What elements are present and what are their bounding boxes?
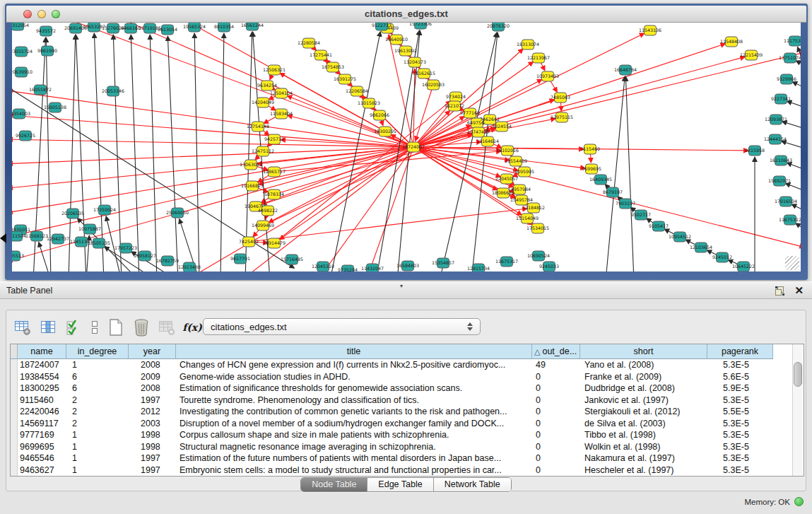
- table-cell[interactable]: 2009: [129, 371, 176, 383]
- graph-edge[interactable]: [782, 122, 801, 129]
- graph-edge[interactable]: [416, 85, 433, 141]
- table-cell[interactable]: Estimation of the future numbers of pati…: [176, 452, 532, 465]
- table-cell[interactable]: Genome-wide association studies in ADHD.: [176, 371, 532, 383]
- table-cell[interactable]: 0: [532, 395, 580, 407]
- table-cell[interactable]: 14569117: [18, 418, 66, 430]
- table-cell[interactable]: Jankovic et al. (1997): [580, 395, 707, 407]
- graph-edge[interactable]: [194, 33, 199, 271]
- table-cell[interactable]: 2012: [129, 406, 176, 418]
- tab-edge-table[interactable]: Edge Table: [367, 478, 433, 491]
- table-cell[interactable]: Changes of HCN gene expression and I(f) …: [176, 359, 532, 371]
- scrollbar-thumb[interactable]: [794, 362, 802, 387]
- table-cell[interactable]: Embryonic stem cells: a model to study s…: [176, 465, 532, 477]
- table-cell[interactable]: Franke et al. (2009): [580, 371, 707, 383]
- graph-edge[interactable]: [413, 33, 645, 147]
- table-cell[interactable]: Tourette syndrome. Phenomenology and cla…: [176, 395, 532, 407]
- table-cell[interactable]: 1: [66, 441, 129, 453]
- graph-edge[interactable]: [785, 183, 801, 191]
- graph-edge[interactable]: [787, 101, 801, 107]
- graph-edge[interactable]: [39, 243, 51, 271]
- network-graph[interactable]: 1872400712280584172754411875485316391275…: [12, 23, 801, 271]
- graph-edge[interactable]: [792, 204, 801, 211]
- table-cell[interactable]: Dudbridge et al. (2008): [580, 382, 707, 395]
- table-cell[interactable]: Corpus callosum shape and size in male p…: [176, 429, 532, 441]
- table-cell[interactable]: 2: [66, 418, 129, 430]
- table-cell[interactable]: Disruption of a novel member of a sodium…: [176, 418, 532, 430]
- table-cell[interactable]: 1997: [129, 452, 176, 465]
- window-titlebar[interactable]: citations_edges.txt: [6, 6, 806, 23]
- table-cell[interactable]: de Silva et al. (2003): [580, 418, 707, 430]
- table-cell[interactable]: 1: [66, 359, 129, 371]
- table-cell[interactable]: 1: [66, 429, 129, 441]
- table-cell[interactable]: Yano et al. (2008): [580, 359, 707, 371]
- graph-edge[interactable]: [249, 209, 527, 242]
- table-cell[interactable]: 0: [532, 429, 580, 441]
- graph-edge[interactable]: [150, 35, 157, 271]
- table-cell[interactable]: 18724007: [18, 359, 66, 371]
- column-header-in-degree[interactable]: in_degree: [66, 344, 129, 359]
- table-cell[interactable]: Wolkin et al. (1998): [580, 441, 707, 453]
- show-column-icon[interactable]: [39, 318, 57, 337]
- graph-edge[interactable]: [782, 141, 801, 148]
- table-cell[interactable]: Estimation of significance thresholds fo…: [176, 382, 532, 395]
- graph-edge[interactable]: [787, 163, 801, 170]
- graph-edge[interactable]: [625, 76, 634, 271]
- graph-edge[interactable]: [69, 35, 76, 271]
- table-cell[interactable]: 1998: [129, 429, 176, 441]
- graph-edge[interactable]: [796, 223, 801, 229]
- table-cell[interactable]: 2008: [129, 359, 176, 371]
- table-cell[interactable]: 5.3E-5: [707, 452, 773, 465]
- graph-edge[interactable]: [76, 35, 86, 271]
- graph-edge[interactable]: [796, 61, 801, 65]
- table-cell[interactable]: 0: [532, 382, 580, 395]
- table-cell[interactable]: 19384554: [18, 371, 66, 383]
- table-cell[interactable]: 5.3E-5: [707, 465, 773, 477]
- float-window-icon[interactable]: [774, 285, 785, 296]
- graph-edge[interactable]: [413, 57, 745, 147]
- table-cell[interactable]: Hescheler et al. (1997): [580, 465, 707, 477]
- table-cell[interactable]: 5.3E-5: [707, 359, 773, 371]
- table-cell[interactable]: 5.3E-5: [707, 418, 773, 430]
- table-cell[interactable]: 0: [532, 465, 580, 477]
- table-cell[interactable]: 5.3E-5: [707, 441, 773, 453]
- table-settings-icon[interactable]: [13, 318, 32, 337]
- graph-edge[interactable]: [413, 147, 500, 177]
- delete-table-icon[interactable]: [158, 318, 176, 337]
- column-header-year[interactable]: year: [129, 344, 176, 359]
- table-cell[interactable]: 2: [66, 395, 129, 407]
- table-cell[interactable]: 5.3E-5: [707, 395, 773, 407]
- table-cell[interactable]: 18300295: [18, 382, 66, 395]
- table-cell[interactable]: 1: [66, 465, 129, 477]
- table-cell[interactable]: 5.9E-5: [707, 382, 773, 395]
- table-cell[interactable]: 9463627: [18, 465, 66, 477]
- table-cell[interactable]: 0: [532, 406, 580, 418]
- hidden-panel-arrow-icon[interactable]: [0, 233, 6, 243]
- table-cell[interactable]: 6: [66, 382, 129, 395]
- table-scrollbar[interactable]: [792, 344, 804, 476]
- table-cell[interactable]: 2008: [129, 382, 176, 395]
- table-cell[interactable]: Structural magnetic resonance image aver…: [176, 441, 532, 453]
- table-cell[interactable]: 9465546: [18, 452, 66, 465]
- graph-edge[interactable]: [274, 134, 472, 194]
- table-cell[interactable]: 22420046: [18, 406, 66, 418]
- column-header-short[interactable]: short: [580, 344, 707, 359]
- column-header-pagerank[interactable]: pagerank: [707, 344, 773, 359]
- table-cell[interactable]: Stergiakouli et al. (2012): [580, 406, 707, 418]
- table-cell[interactable]: Nakamura et al. (1997): [580, 452, 707, 465]
- table-cell[interactable]: 0: [532, 418, 580, 430]
- table-cell[interactable]: 49: [532, 359, 580, 371]
- table-cell[interactable]: 2003: [129, 418, 176, 430]
- tab-network-table[interactable]: Network Table: [433, 478, 511, 491]
- function-builder-icon[interactable]: f(x): [183, 318, 201, 337]
- new-table-icon[interactable]: [107, 318, 125, 337]
- column-header-out-de-[interactable]: △out_de...: [532, 344, 580, 359]
- graph-edge[interactable]: [792, 82, 801, 88]
- table-cell[interactable]: 0: [532, 452, 580, 465]
- table-selector-dropdown[interactable]: citations_edges.txt: [203, 318, 481, 335]
- graph-edge[interactable]: [131, 35, 139, 271]
- table-cell[interactable]: 9777169: [18, 429, 66, 441]
- split-collapse-handle[interactable]: ▾: [400, 283, 403, 289]
- table-cell[interactable]: 5.6E-5: [707, 371, 773, 383]
- table-cell[interactable]: 2: [66, 406, 129, 418]
- graph-edge[interactable]: [220, 33, 224, 271]
